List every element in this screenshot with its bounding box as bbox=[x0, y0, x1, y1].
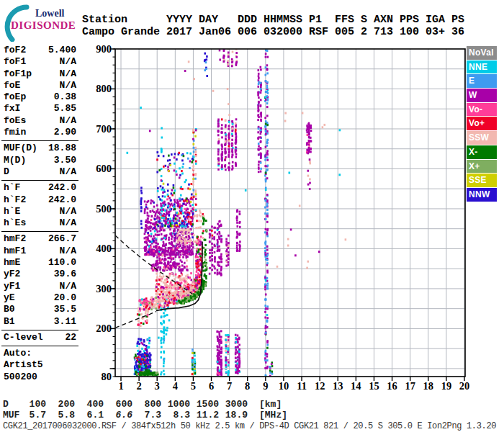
legend-item-x: X+ bbox=[467, 160, 497, 174]
muf-value: 5.8 bbox=[46, 410, 75, 420]
distance-row: D100200400600800100015003000[km] bbox=[3, 399, 282, 410]
distance-value: 1500 bbox=[190, 399, 219, 410]
cluster-rfi-6p9-mid bbox=[225, 235, 230, 267]
y-tick-label: 400 bbox=[96, 243, 112, 254]
cluster-blob-11p4 bbox=[306, 122, 312, 154]
cluster-magenta-6p1-patch bbox=[209, 225, 216, 274]
x-tick-label: 9 bbox=[263, 380, 268, 392]
echo-points bbox=[127, 48, 347, 378]
legend-item-e: E bbox=[467, 74, 497, 88]
x-tick-label: 7 bbox=[227, 380, 232, 392]
x-tick-label: 13 bbox=[333, 380, 343, 392]
x-tick-label: 1 bbox=[118, 380, 123, 392]
x-tick-label: 14 bbox=[351, 380, 361, 392]
y-tick-label: 900 bbox=[96, 43, 112, 55]
x-tick-label: 19 bbox=[441, 380, 452, 392]
cluster-stray-dots bbox=[127, 59, 341, 269]
echo-direction-legend: NoValNNEEWVo-Vo+SSWX-X+SSENNW bbox=[467, 46, 497, 202]
cluster-f-trace-diffuse bbox=[155, 271, 192, 295]
x-tick-label: 5 bbox=[191, 380, 196, 392]
cluster-e-upper-sparse bbox=[136, 337, 150, 354]
distance-value: 400 bbox=[75, 399, 104, 410]
x-tick-label: 17 bbox=[405, 380, 415, 392]
y-tick-label: 500 bbox=[96, 203, 112, 215]
cluster-sparse-right bbox=[276, 112, 347, 268]
x-tick-label: 12 bbox=[315, 380, 325, 392]
x-tick-label: 20 bbox=[459, 380, 470, 392]
cluster-rfi-6p4-bottom bbox=[217, 330, 223, 376]
cluster-rfi-7p4-bottom bbox=[235, 334, 241, 374]
legend-item-ssw: SSW bbox=[467, 131, 497, 145]
legend-item-nne: NNE bbox=[467, 60, 497, 74]
x-tick-label: 6 bbox=[209, 380, 214, 392]
line-lower-dashed-profile bbox=[115, 312, 156, 328]
distance-value: 600 bbox=[104, 399, 132, 410]
y-tick-label: 80 bbox=[102, 371, 112, 382]
status-line: CGK21_2017006032000.RSF / 384fx512h 50 k… bbox=[3, 421, 496, 431]
legend-item-nnw: NNW bbox=[467, 188, 497, 202]
legend-item-w: W bbox=[467, 89, 497, 102]
muf-value: 11.2 bbox=[190, 410, 219, 420]
cluster-top-specks bbox=[219, 48, 238, 68]
cluster-rfi-9p3-bottom bbox=[269, 361, 274, 377]
cluster-rfi-8p7 bbox=[257, 66, 262, 174]
cluster-rfi-6p9-bottom bbox=[225, 334, 230, 376]
legend-item-vo: Vo- bbox=[467, 103, 497, 117]
distance-unit: [km] bbox=[248, 399, 282, 410]
muf-row: MUF5.75.86.16.67.38.311.218.9[MHz] bbox=[3, 410, 287, 420]
cluster-rfi-7p4-mid bbox=[236, 209, 241, 252]
legend-item-x: X- bbox=[467, 145, 497, 159]
legend-item-vo: Vo+ bbox=[467, 117, 497, 130]
distance-value: 200 bbox=[46, 399, 75, 410]
distance-value: 3000 bbox=[219, 399, 248, 410]
legend-item-sse: SSE bbox=[467, 174, 497, 187]
distance-value: 100 bbox=[17, 399, 46, 410]
distance-label: D bbox=[3, 399, 17, 410]
x-tick-label: 15 bbox=[369, 380, 379, 392]
muf-value: 5.7 bbox=[17, 410, 46, 420]
y-tick-label: 200 bbox=[96, 323, 112, 334]
cluster-upper-plume-6p5 bbox=[217, 118, 238, 171]
y-tick-label: 700 bbox=[96, 123, 112, 135]
x-tick-label: 11 bbox=[297, 380, 307, 392]
muf-unit: [MHz] bbox=[248, 410, 287, 420]
cluster-trace-top-magenta bbox=[151, 250, 189, 272]
cluster-rfi-9p0-tall bbox=[264, 49, 269, 377]
x-tick-label: 16 bbox=[387, 380, 397, 392]
muf-label: MUF bbox=[3, 410, 17, 420]
ionogram-plot: 9008007006005004003002008012345678910111… bbox=[0, 0, 504, 432]
muf-value: 7.3 bbox=[132, 410, 161, 420]
cluster-rfi-5p0-high bbox=[192, 128, 197, 217]
muf-value: 6.1 bbox=[75, 410, 104, 420]
muf-value: 18.9 bbox=[219, 410, 248, 420]
digisonde-ionogram-app: Lowell DIGISONDE Station YYYY DAY DDD HH… bbox=[0, 0, 504, 432]
cluster-rfi-5p0-low bbox=[192, 348, 197, 375]
x-tick-label: 8 bbox=[245, 380, 250, 392]
cluster-rfi-3p2-low bbox=[160, 307, 165, 375]
cluster-sparse-5p7-top bbox=[204, 53, 208, 77]
distance-value: 800 bbox=[132, 399, 161, 410]
muf-value: 8.3 bbox=[161, 410, 190, 420]
y-tick-label: 800 bbox=[96, 83, 112, 94]
x-tick-label: 4 bbox=[173, 380, 178, 392]
y-tick-label: 300 bbox=[96, 283, 112, 294]
x-tick-label: 3 bbox=[155, 380, 160, 392]
x-tick-label: 18 bbox=[423, 380, 434, 392]
muf-value: 6.6 bbox=[104, 410, 132, 420]
cluster-sparse-11p4 bbox=[307, 152, 312, 190]
x-tick-label: 10 bbox=[279, 380, 289, 392]
y-tick-label: 600 bbox=[96, 163, 112, 174]
distance-value: 1000 bbox=[161, 399, 190, 410]
x-tick-label: 2 bbox=[136, 380, 141, 392]
cluster-rfi-2p1-mid bbox=[140, 186, 143, 228]
legend-item-noval: NoVal bbox=[467, 46, 497, 60]
